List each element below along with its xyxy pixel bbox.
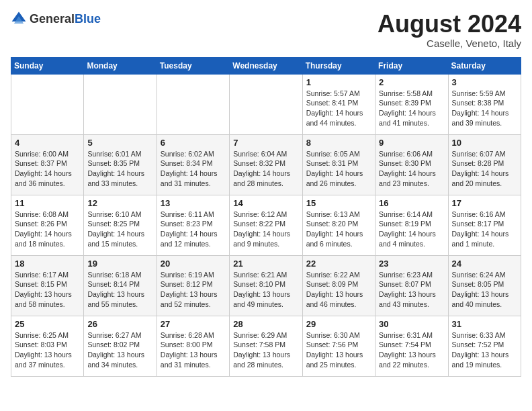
day-of-week-header: Thursday [302, 57, 375, 74]
day-info: Sunrise: 6:12 AM Sunset: 8:22 PM Dayligh… [233, 210, 298, 249]
day-number: 23 [379, 259, 444, 269]
day-number: 28 [233, 319, 298, 329]
calendar-cell: 29Sunrise: 6:30 AM Sunset: 7:56 PM Dayli… [302, 316, 375, 376]
calendar-header-row: SundayMondayTuesdayWednesdayThursdayFrid… [11, 57, 521, 74]
day-info: Sunrise: 6:05 AM Sunset: 8:31 PM Dayligh… [306, 149, 371, 189]
calendar-cell: 4Sunrise: 6:00 AM Sunset: 8:37 PM Daylig… [11, 134, 84, 195]
day-info: Sunrise: 6:19 AM Sunset: 8:12 PM Dayligh… [161, 270, 226, 310]
calendar-week-row: 18Sunrise: 6:17 AM Sunset: 8:15 PM Dayli… [11, 255, 521, 316]
day-number: 22 [306, 259, 371, 269]
day-number: 21 [233, 259, 298, 269]
day-number: 12 [87, 198, 152, 208]
day-number: 15 [306, 198, 371, 208]
logo-text-general: General [30, 12, 75, 26]
calendar-cell [230, 74, 302, 134]
day-number: 6 [161, 138, 226, 148]
calendar-cell: 3Sunrise: 5:59 AM Sunset: 8:38 PM Daylig… [448, 74, 521, 134]
day-of-week-header: Saturday [448, 57, 521, 74]
calendar-cell: 24Sunrise: 6:24 AM Sunset: 8:05 PM Dayli… [448, 255, 521, 316]
calendar-cell: 20Sunrise: 6:19 AM Sunset: 8:12 PM Dayli… [157, 255, 229, 316]
day-info: Sunrise: 6:00 AM Sunset: 8:37 PM Dayligh… [15, 149, 80, 189]
calendar-table: SundayMondayTuesdayWednesdayThursdayFrid… [11, 57, 521, 377]
day-info: Sunrise: 6:08 AM Sunset: 8:26 PM Dayligh… [15, 210, 80, 249]
day-info: Sunrise: 6:01 AM Sunset: 8:35 PM Dayligh… [87, 149, 152, 189]
day-info: Sunrise: 6:04 AM Sunset: 8:32 PM Dayligh… [233, 149, 298, 189]
day-info: Sunrise: 6:29 AM Sunset: 7:58 PM Dayligh… [233, 330, 298, 370]
day-number: 9 [379, 138, 444, 148]
day-info: Sunrise: 6:25 AM Sunset: 8:03 PM Dayligh… [15, 330, 80, 370]
day-info: Sunrise: 6:07 AM Sunset: 8:28 PM Dayligh… [452, 149, 517, 189]
calendar-cell: 12Sunrise: 6:10 AM Sunset: 8:25 PM Dayli… [84, 195, 157, 255]
logo-text-blue: Blue [75, 12, 101, 26]
day-number: 7 [233, 138, 298, 148]
calendar-cell: 31Sunrise: 6:33 AM Sunset: 7:52 PM Dayli… [448, 316, 521, 376]
calendar-cell: 8Sunrise: 6:05 AM Sunset: 8:31 PM Daylig… [302, 134, 375, 195]
location-subtitle: Caselle, Veneto, Italy [378, 38, 521, 49]
day-number: 13 [161, 198, 226, 208]
calendar-cell: 14Sunrise: 6:12 AM Sunset: 8:22 PM Dayli… [230, 195, 302, 255]
day-info: Sunrise: 6:33 AM Sunset: 7:52 PM Dayligh… [452, 330, 517, 370]
calendar-cell: 5Sunrise: 6:01 AM Sunset: 8:35 PM Daylig… [84, 134, 157, 195]
day-number: 11 [15, 198, 80, 208]
calendar-week-row: 4Sunrise: 6:00 AM Sunset: 8:37 PM Daylig… [11, 134, 521, 195]
day-info: Sunrise: 6:30 AM Sunset: 7:56 PM Dayligh… [306, 330, 371, 370]
calendar-cell: 26Sunrise: 6:27 AM Sunset: 8:02 PM Dayli… [84, 316, 157, 376]
calendar-cell: 21Sunrise: 6:21 AM Sunset: 8:10 PM Dayli… [230, 255, 302, 316]
calendar-cell: 10Sunrise: 6:07 AM Sunset: 8:28 PM Dayli… [448, 134, 521, 195]
calendar-cell [157, 74, 229, 134]
month-year-title: August 2024 [378, 11, 521, 38]
day-of-week-header: Monday [84, 57, 157, 74]
day-info: Sunrise: 5:59 AM Sunset: 8:38 PM Dayligh… [452, 89, 517, 128]
day-info: Sunrise: 6:02 AM Sunset: 8:34 PM Dayligh… [161, 149, 226, 189]
calendar-cell: 28Sunrise: 6:29 AM Sunset: 7:58 PM Dayli… [230, 316, 302, 376]
day-info: Sunrise: 6:14 AM Sunset: 8:19 PM Dayligh… [379, 210, 444, 249]
day-number: 29 [306, 319, 371, 329]
title-block: August 2024 Caselle, Veneto, Italy [378, 11, 521, 49]
calendar-cell: 9Sunrise: 6:06 AM Sunset: 8:30 PM Daylig… [375, 134, 448, 195]
day-number: 30 [379, 319, 444, 329]
day-number: 14 [233, 198, 298, 208]
calendar-cell: 16Sunrise: 6:14 AM Sunset: 8:19 PM Dayli… [375, 195, 448, 255]
calendar-cell: 30Sunrise: 6:31 AM Sunset: 7:54 PM Dayli… [375, 316, 448, 376]
day-info: Sunrise: 6:24 AM Sunset: 8:05 PM Dayligh… [452, 270, 517, 310]
day-of-week-header: Wednesday [230, 57, 302, 74]
day-info: Sunrise: 6:18 AM Sunset: 8:14 PM Dayligh… [87, 270, 152, 310]
logo-icon [11, 11, 27, 27]
day-number: 27 [161, 319, 226, 329]
day-number: 2 [379, 77, 444, 87]
calendar-week-row: 25Sunrise: 6:25 AM Sunset: 8:03 PM Dayli… [11, 316, 521, 376]
calendar-cell: 27Sunrise: 6:28 AM Sunset: 8:00 PM Dayli… [157, 316, 229, 376]
calendar-week-row: 11Sunrise: 6:08 AM Sunset: 8:26 PM Dayli… [11, 195, 521, 255]
day-number: 17 [452, 198, 517, 208]
calendar-cell [84, 74, 157, 134]
calendar-cell: 11Sunrise: 6:08 AM Sunset: 8:26 PM Dayli… [11, 195, 84, 255]
day-of-week-header: Tuesday [157, 57, 229, 74]
calendar-week-row: 1Sunrise: 5:57 AM Sunset: 8:41 PM Daylig… [11, 74, 521, 134]
day-number: 24 [452, 259, 517, 269]
day-info: Sunrise: 6:28 AM Sunset: 8:00 PM Dayligh… [161, 330, 226, 370]
day-info: Sunrise: 6:11 AM Sunset: 8:23 PM Dayligh… [161, 210, 226, 249]
day-info: Sunrise: 6:06 AM Sunset: 8:30 PM Dayligh… [379, 149, 444, 189]
calendar-cell: 6Sunrise: 6:02 AM Sunset: 8:34 PM Daylig… [157, 134, 229, 195]
day-number: 4 [15, 138, 80, 148]
day-info: Sunrise: 6:31 AM Sunset: 7:54 PM Dayligh… [379, 330, 444, 370]
day-info: Sunrise: 6:21 AM Sunset: 8:10 PM Dayligh… [233, 270, 298, 310]
calendar-cell: 22Sunrise: 6:22 AM Sunset: 8:09 PM Dayli… [302, 255, 375, 316]
day-info: Sunrise: 5:57 AM Sunset: 8:41 PM Dayligh… [306, 89, 371, 128]
logo: GeneralBlue [11, 11, 101, 27]
calendar-cell: 19Sunrise: 6:18 AM Sunset: 8:14 PM Dayli… [84, 255, 157, 316]
day-number: 18 [15, 259, 80, 269]
day-info: Sunrise: 6:10 AM Sunset: 8:25 PM Dayligh… [87, 210, 152, 249]
day-info: Sunrise: 6:23 AM Sunset: 8:07 PM Dayligh… [379, 270, 444, 310]
calendar-cell: 2Sunrise: 5:58 AM Sunset: 8:39 PM Daylig… [375, 74, 448, 134]
calendar-cell: 13Sunrise: 6:11 AM Sunset: 8:23 PM Dayli… [157, 195, 229, 255]
calendar-cell: 25Sunrise: 6:25 AM Sunset: 8:03 PM Dayli… [11, 316, 84, 376]
day-of-week-header: Friday [375, 57, 448, 74]
calendar-cell: 23Sunrise: 6:23 AM Sunset: 8:07 PM Dayli… [375, 255, 448, 316]
day-number: 25 [15, 319, 80, 329]
day-number: 31 [452, 319, 517, 329]
day-info: Sunrise: 6:22 AM Sunset: 8:09 PM Dayligh… [306, 270, 371, 310]
calendar-cell: 7Sunrise: 6:04 AM Sunset: 8:32 PM Daylig… [230, 134, 302, 195]
day-info: Sunrise: 6:13 AM Sunset: 8:20 PM Dayligh… [306, 210, 371, 249]
day-info: Sunrise: 6:27 AM Sunset: 8:02 PM Dayligh… [87, 330, 152, 370]
